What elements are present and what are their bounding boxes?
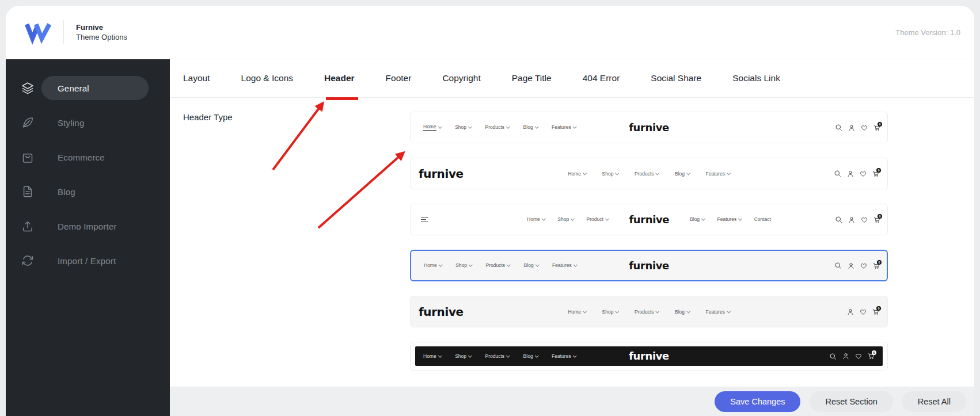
preview-nav: Home Shop Product furnive Blog Features … [527,215,771,225]
header-preview-2[interactable]: furnive Home Shop Products Blog Features [410,158,888,189]
header-preview-4-selected[interactable]: Home Shop Products Blog Features furnive [410,250,888,281]
tab-social-share[interactable]: Social Share [651,73,701,83]
chevron-down-icon [573,263,577,266]
sidebar-item-import-export[interactable]: Import / Export [6,243,170,278]
sync-icon [21,254,35,268]
save-changes-button[interactable]: Save Changes [715,391,800,413]
action-footer: Save Changes Reset Section Reset All [170,387,974,416]
search-icon [829,353,837,360]
chevron-down-icon [507,263,510,266]
wishlist-icon [860,262,867,269]
chevron-down-icon [506,353,510,357]
header-preview-5[interactable]: furnive Home Shop Products Blog Features [410,296,888,327]
tab-header[interactable]: Header [324,73,355,83]
wishlist-icon [855,353,862,360]
layers-icon [21,81,35,95]
chevron-down-icon [468,125,472,128]
hamburger-menu-icon [421,217,428,223]
chevron-down-icon [506,125,510,128]
upload-icon [21,219,35,233]
header-type-options: Home Shop Products Blog Features furnive [410,112,888,371]
preview-nav: Home Shop Products Blog Features [568,309,730,314]
search-icon [835,216,842,223]
account-icon [848,262,854,269]
content-area: Layout Logo & Icons Header Footer Copyri… [170,59,974,416]
cart-count-badge: 0 [876,168,881,173]
sidebar-item-blog[interactable]: Blog [6,174,170,209]
account-icon [847,308,854,315]
wishlist-icon [861,124,868,131]
account-icon [847,170,854,177]
sidebar-item-general[interactable]: General [6,71,170,105]
chevron-down-icon [656,309,659,312]
header-preview-6[interactable]: Home Shop Products Blog Features furnive [410,342,888,371]
cart-count-badge: 0 [878,122,882,127]
account-icon [842,353,849,360]
tab-page-title[interactable]: Page Title [512,73,552,83]
chevron-down-icon [656,171,659,174]
top-header: Furnive Theme Options Theme Version: 1.0 [6,6,974,59]
preview-logo: furnive [629,123,669,133]
chevron-down-icon [616,171,619,174]
search-icon [834,170,841,177]
tab-404-error[interactable]: 404 Error [583,73,620,83]
tab-logo-icons[interactable]: Logo & Icons [241,73,293,83]
chevron-down-icon [571,217,574,220]
document-icon [21,185,35,199]
header-preview-3[interactable]: Home Shop Product furnive Blog Features … [410,204,888,235]
chevron-down-icon [727,309,730,312]
tab-layout[interactable]: Layout [183,73,210,83]
chevron-down-icon [727,171,730,174]
preview-nav: Home Shop Products Blog Features [423,354,576,359]
account-icon [848,124,855,131]
chevron-down-icon [535,263,539,266]
brand-divider [63,20,64,44]
sidebar-item-ecommerce[interactable]: Ecommerce [6,140,170,174]
chevron-down-icon [535,125,538,128]
cart-count-badge: 0 [872,350,876,355]
brand-subtitle: Theme Options [76,32,127,42]
chevron-down-icon [686,309,690,312]
wishlist-icon [861,216,868,223]
cart-count-badge: 0 [876,306,881,311]
header-type-panel: Header Type Home Shop Products Blog Feat… [170,98,974,387]
chevron-down-icon [438,125,442,128]
chevron-down-icon [468,353,472,357]
sidebar-item-demo-importer[interactable]: Demo Importer [6,209,170,243]
chevron-down-icon [583,309,586,312]
chevron-down-icon [438,353,442,357]
preview-nav: Home Shop Products Blog Features [424,263,576,268]
preview-logo: furnive [629,261,669,271]
chevron-down-icon [738,217,742,220]
chevron-down-icon [469,263,472,266]
chevron-down-icon [573,125,576,128]
preview-logo: furnive [419,306,464,318]
reset-section-button[interactable]: Reset Section [810,391,892,413]
wishlist-icon [860,308,867,315]
chevron-down-icon [439,263,442,266]
chevron-down-icon [616,309,619,312]
tab-copyright[interactable]: Copyright [442,73,480,83]
cart-count-badge: 0 [878,214,882,219]
feather-icon [21,116,35,129]
chevron-down-icon [686,171,690,174]
header-preview-1[interactable]: Home Shop Products Blog Features furnive [410,112,888,143]
brand-name: Furnive [76,22,127,32]
main-panel: Furnive Theme Options Theme Version: 1.0… [6,6,974,416]
search-icon [834,262,842,269]
tab-bar: Layout Logo & Icons Header Footer Copyri… [170,59,974,98]
dark-header-bar: Home Shop Products Blog Features furnive [415,346,883,366]
tab-footer[interactable]: Footer [386,73,412,83]
sidebar-item-styling[interactable]: Styling [6,105,170,140]
preview-logo: furnive [419,168,464,180]
cart-count-badge: 0 [877,260,882,265]
account-icon [848,216,855,223]
chevron-down-icon [605,217,609,220]
chevron-down-icon [573,353,576,357]
wishlist-icon [860,170,867,177]
preview-logo: furnive [629,215,669,225]
tab-socials-link[interactable]: Socials Link [732,73,780,83]
section-label: Header Type [183,112,233,122]
chevron-down-icon [542,217,545,220]
reset-all-button[interactable]: Reset All [902,391,966,413]
